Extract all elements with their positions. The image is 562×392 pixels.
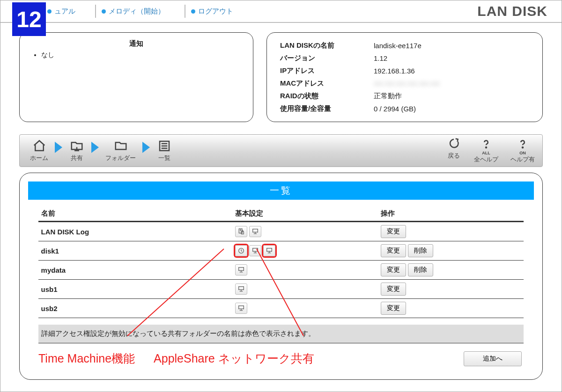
back-button[interactable]: 戻る (446, 138, 462, 164)
folder-name: disk1 (38, 241, 233, 261)
svg-rect-7 (253, 248, 258, 252)
delete-button[interactable]: 削除 (408, 263, 433, 276)
annotation-time-machine: Time Machine機能 (38, 351, 135, 366)
folder-table: 名前 基本設定 操作 LAN DISK Log変更disk1変更削除mydata… (38, 206, 524, 343)
annotation-apple-share: AppleShare ネットワーク共有 (154, 351, 314, 366)
table-row: mydata変更削除 (38, 261, 524, 280)
sysinfo-value: 正常動作 (372, 90, 531, 102)
nav-logout-label: ログアウト (198, 7, 233, 16)
breadcrumb-separator-icon (91, 142, 99, 153)
folder-name: mydata (38, 261, 233, 280)
lock-doc-icon (235, 226, 247, 237)
add-button[interactable]: 追加へ (464, 351, 522, 366)
svg-rect-10 (239, 287, 244, 290)
nav-logout[interactable]: ログアウト (191, 7, 233, 16)
help-all-button[interactable]: ALL 全ヘルプ (474, 138, 498, 164)
crumb-share-label: 共有 (71, 154, 83, 162)
help-all-label: 全ヘルプ (474, 155, 498, 164)
svg-point-1 (486, 147, 487, 148)
col-ops: 操作 (378, 206, 524, 222)
col-basic: 基本設定 (232, 206, 378, 222)
edit-button[interactable]: 変更 (381, 263, 406, 276)
nav-manual-label: ュアル (54, 7, 75, 16)
breadcrumb-separator-icon (55, 142, 62, 153)
nav-melody-label: メロディ（開始） (109, 7, 165, 16)
sysinfo-label: IPアドレス (278, 65, 372, 77)
folder-name: LAN DISK Log (38, 222, 233, 241)
sysinfo-label: LAN DISKの名前 (278, 39, 372, 52)
apple-share-icon (263, 245, 275, 256)
sysinfo-label: RAIDの状態 (278, 90, 372, 102)
edit-button[interactable]: 変更 (381, 302, 406, 315)
sysinfo-value: 0 / 2994 (GB) (372, 102, 531, 115)
crumb-home[interactable]: ホーム (30, 139, 48, 162)
breadcrumb-separator-icon (142, 142, 150, 153)
edit-button[interactable]: 変更 (381, 283, 406, 296)
nav-manual[interactable]: ュアル (47, 7, 75, 16)
folder-icons-cell (232, 261, 378, 280)
delete-button[interactable]: 削除 (408, 244, 433, 257)
back-icon (446, 138, 462, 152)
share-folder-icon (69, 139, 85, 153)
sysinfo-value: landisk-ee117e (372, 39, 531, 52)
folder-ops-cell: 変更 (378, 280, 524, 299)
net-share-icon (249, 245, 261, 256)
folder-icons-cell (232, 241, 378, 261)
notice-title: 通知 (31, 39, 242, 48)
sysinfo-panel: LAN DISKの名前landisk-ee117eバージョン1.12IPアドレス… (266, 32, 543, 122)
help-icon (478, 138, 494, 152)
edit-button[interactable]: 変更 (381, 244, 406, 257)
logo: LAN DISK (477, 3, 547, 19)
notice-list: なし (31, 51, 242, 59)
folder-ops-cell: 変更 (378, 299, 524, 318)
folder-ops-cell: 変更削除 (378, 261, 524, 280)
folder-name: usb2 (38, 299, 233, 318)
notice-item: なし (41, 51, 242, 59)
svg-rect-9 (239, 268, 244, 271)
folder-icons-cell (232, 299, 378, 318)
crumb-folder[interactable]: フォルダー (105, 139, 136, 162)
svg-rect-5 (253, 229, 258, 232)
net-share-icon (235, 264, 247, 276)
time-machine-icon (235, 245, 247, 256)
notice-panel: 通知 なし (19, 32, 253, 122)
svg-rect-8 (267, 248, 272, 252)
crumb-list-label: 一覧 (158, 154, 170, 162)
crumb-list: 一覧 (156, 139, 172, 162)
net-share-icon (235, 303, 247, 314)
nav-melody[interactable]: メロディ（開始） (102, 7, 165, 16)
nav-divider (95, 5, 96, 18)
sysinfo-label: 使用容量/全容量 (278, 102, 372, 115)
folder-icon (113, 139, 129, 153)
help-all-sub: ALL (482, 151, 490, 155)
table-row: LAN DISK Log変更 (38, 222, 524, 241)
help-on-sub: ON (519, 151, 526, 155)
access-note: 詳細アクセス権設定が無効になっている共有フォルダーの名前は赤色で表示されます。 (38, 325, 524, 343)
svg-rect-11 (239, 306, 244, 309)
folder-name: usb1 (38, 280, 233, 299)
svg-point-2 (522, 147, 523, 148)
step-number-badge: 12 (12, 2, 46, 36)
crumb-home-label: ホーム (30, 154, 48, 162)
list-icon (156, 139, 172, 153)
top-nav: ュアル メロディ（開始） ログアウト LAN DISK (0, 0, 562, 23)
net-share-icon (235, 283, 247, 295)
col-name: 名前 (38, 206, 233, 222)
crumb-folder-label: フォルダー (105, 154, 136, 162)
sysinfo-value: 1.12 (372, 52, 531, 65)
crumb-share[interactable]: 共有 (69, 139, 85, 162)
sysinfo-value: 192.168.1.36 (372, 65, 531, 77)
help-on-button[interactable]: ON ヘルプ有 (510, 138, 535, 164)
home-icon (31, 139, 47, 153)
help-on-label: ヘルプ有 (510, 155, 535, 164)
table-row: usb2変更 (38, 299, 524, 318)
nav-divider (185, 5, 185, 18)
folder-icons-cell (232, 280, 378, 299)
sysinfo-label: バージョン (278, 52, 372, 65)
folder-ops-cell: 変更削除 (378, 241, 524, 261)
folder-list-panel: 一覧 名前 基本設定 操作 LAN DISK Log変更disk1変更削除myd… (19, 173, 543, 380)
back-label: 戻る (448, 152, 460, 160)
edit-button[interactable]: 変更 (381, 225, 406, 238)
table-row: usb1変更 (38, 280, 524, 299)
list-title: 一覧 (28, 181, 534, 200)
